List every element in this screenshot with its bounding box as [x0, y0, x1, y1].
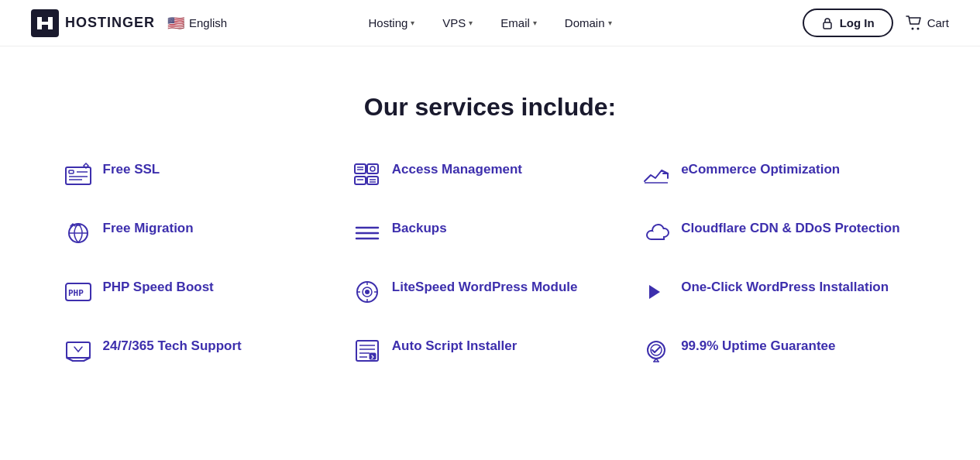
support-icon [64, 337, 92, 365]
service-access-management: Access Management [353, 160, 627, 188]
svg-point-28 [365, 290, 370, 294]
svg-point-13 [370, 166, 375, 171]
service-label: PHP Speed Boost [103, 278, 214, 297]
main-nav: Hosting ▾ VPS ▾ Email ▾ Domain ▾ [357, 10, 622, 36]
service-one-click-wp: One-Click WordPress Installation [642, 278, 916, 306]
script-icon [353, 337, 381, 365]
uptime-icon [642, 337, 670, 365]
chevron-down-icon: ▾ [608, 19, 612, 27]
login-button[interactable]: Log In [803, 9, 893, 37]
service-litespeed: LiteSpeed WordPress Module [353, 278, 627, 306]
nav-hosting[interactable]: Hosting ▾ [357, 10, 425, 36]
chevron-down-icon: ▾ [411, 19, 414, 27]
flag-icon: 🇺🇸 [167, 15, 184, 32]
nav-email[interactable]: Email ▾ [490, 10, 548, 36]
svg-text:PHP: PHP [68, 288, 84, 298]
svg-rect-9 [355, 164, 366, 173]
service-label: Auto Script Installer [392, 337, 518, 355]
hostinger-logo-icon [31, 9, 59, 37]
ssl-icon [64, 160, 92, 188]
service-label: Free SSL [103, 160, 160, 179]
svg-rect-16 [367, 177, 378, 184]
service-cloudflare: Cloudflare CDN & DDoS Protection [642, 219, 916, 247]
nav-domain[interactable]: Domain ▾ [554, 10, 623, 36]
svg-marker-33 [649, 285, 660, 299]
section-title: Our services include: [62, 93, 918, 122]
svg-rect-1 [824, 22, 831, 29]
wordpress-icon [642, 278, 670, 306]
service-free-ssl: Free SSL [64, 160, 338, 188]
service-label: Access Management [392, 160, 522, 179]
service-label: LiteSpeed WordPress Module [392, 278, 578, 297]
header-left: HOSTINGER 🇺🇸 English [31, 9, 227, 37]
header: HOSTINGER 🇺🇸 English Hosting ▾ VPS ▾ Ema… [0, 0, 980, 46]
litespeed-icon [353, 278, 381, 306]
lock-icon [821, 17, 834, 29]
service-label: 99.9% Uptime Guarantee [681, 337, 835, 355]
php-icon: PHP [64, 278, 92, 306]
service-uptime: 99.9% Uptime Guarantee [642, 337, 916, 365]
ecommerce-icon [642, 160, 670, 188]
service-php-speed: PHP PHP Speed Boost [64, 278, 338, 306]
language-label: English [189, 16, 227, 29]
svg-point-3 [916, 27, 919, 29]
cart-icon [906, 15, 923, 31]
service-label: 24/7/365 Tech Support [103, 337, 242, 355]
cart-button[interactable]: Cart [906, 15, 949, 31]
svg-rect-12 [367, 164, 378, 173]
service-auto-script: Auto Script Installer [353, 337, 627, 365]
services-grid: Free SSL Access Management [64, 160, 916, 365]
svg-point-2 [911, 27, 913, 29]
chevron-down-icon: ▾ [533, 19, 537, 27]
backups-icon [353, 219, 381, 247]
service-tech-support: 24/7/365 Tech Support [64, 337, 338, 365]
service-label: Free Migration [103, 219, 194, 238]
header-right: Log In Cart [803, 9, 949, 37]
cloudflare-icon [642, 219, 670, 247]
main-content: Our services include: Free SSL [0, 46, 980, 396]
access-icon [353, 160, 381, 188]
service-label: One-Click WordPress Installation [681, 278, 889, 297]
nav-vps[interactable]: VPS ▾ [432, 10, 483, 36]
service-label: eCommerce Optimization [681, 160, 840, 179]
svg-rect-5 [69, 170, 74, 173]
logo[interactable]: HOSTINGER [31, 9, 155, 37]
service-backups: Backups [353, 219, 627, 247]
service-label: Cloudflare CDN & DDoS Protection [681, 219, 899, 238]
logo-text: HOSTINGER [65, 15, 155, 31]
chevron-down-icon: ▾ [469, 19, 473, 27]
service-ecommerce: eCommerce Optimization [642, 160, 916, 188]
svg-rect-34 [67, 342, 90, 358]
migration-icon [64, 219, 92, 247]
service-free-migration: Free Migration [64, 219, 338, 247]
language-selector[interactable]: 🇺🇸 English [167, 15, 227, 32]
service-label: Backups [392, 219, 447, 238]
svg-rect-14 [355, 177, 366, 184]
